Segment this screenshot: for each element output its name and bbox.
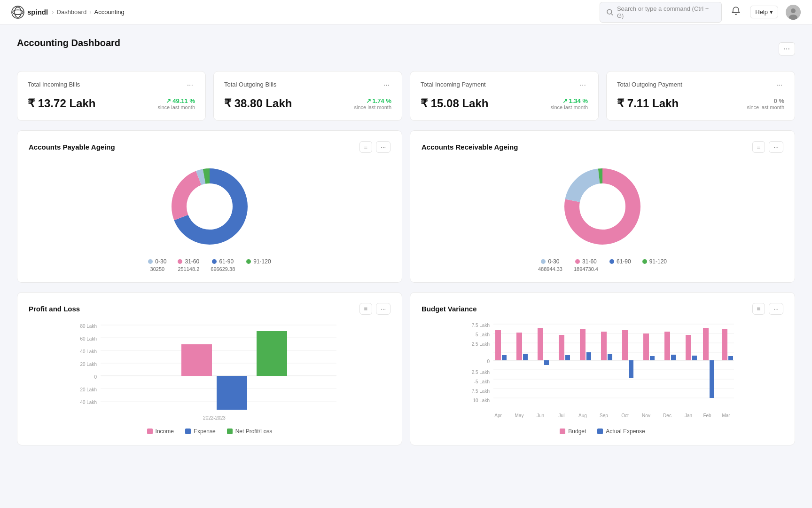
bv-actual-feb — [710, 360, 714, 398]
payable-legend-61-90: 61-90 696629.38 — [211, 258, 235, 272]
pl-legend-income: Income — [147, 428, 174, 435]
stat-pct-3: 0 % — [747, 97, 784, 104]
bv-budget-apr — [495, 330, 501, 360]
payable-dot-0-30 — [148, 259, 153, 264]
payable-donut-container — [29, 157, 390, 253]
receivable-filter-button[interactable]: ≡ — [752, 141, 765, 153]
stat-since-1: since last month — [354, 104, 391, 110]
bottom-charts-row: Profit and Loss ≡ ··· 80 Lakh 60 Lakh 40… — [17, 292, 795, 445]
svg-text:0: 0 — [94, 374, 97, 380]
receivable-val-0-30: 488944.33 — [538, 266, 562, 272]
stat-pct-0: ↗ 49.11 % — [158, 97, 195, 104]
svg-text:2022-2023: 2022-2023 — [203, 415, 226, 421]
svg-text:7.5 Lakh: 7.5 Lakh — [472, 323, 490, 328]
page-more-button[interactable]: ··· — [779, 42, 795, 56]
payable-dot-31-60 — [178, 259, 182, 264]
payable-val-61-90: 696629.38 — [211, 266, 235, 272]
svg-text:Dec: Dec — [663, 413, 671, 418]
breadcrumb-sep1: › — [52, 8, 54, 16]
bv-budget-nov — [643, 333, 649, 360]
bv-budget-aug — [580, 329, 586, 360]
payable-ageing-title: Accounts Payable Ageing — [29, 143, 115, 151]
svg-text:0: 0 — [487, 359, 490, 364]
header-right: Search or type a command (Ctrl + G) Help… — [600, 2, 801, 23]
bv-actual-oct — [629, 360, 633, 378]
bv-actual-may — [523, 354, 528, 360]
pl-more-button[interactable]: ··· — [376, 303, 390, 315]
pl-income-bar — [181, 344, 212, 376]
bv-budget-dot — [560, 429, 565, 434]
payable-filter-button[interactable]: ≡ — [359, 141, 373, 153]
svg-text:Oct: Oct — [621, 413, 629, 418]
breadcrumb-sep2: › — [89, 8, 91, 16]
svg-text:7.5 Lakh: 7.5 Lakh — [472, 389, 490, 394]
profit-loss-card: Profit and Loss ≡ ··· 80 Lakh 60 Lakh 40… — [17, 292, 402, 445]
bv-actual-dot — [597, 429, 603, 434]
breadcrumb-dashboard[interactable]: Dashboard — [57, 8, 87, 16]
search-icon — [607, 9, 613, 16]
budget-variance-card: Budget Variance ≡ ··· 7.5 Lakh 5 Lakh 2.… — [410, 292, 795, 445]
bv-bar-chart: 7.5 Lakh 5 Lakh 2.5 Lakh 0 2.5 Lakh -5 L… — [422, 318, 783, 422]
svg-text:5 Lakh: 5 Lakh — [476, 332, 490, 337]
payable-more-button[interactable]: ··· — [376, 141, 390, 153]
bv-legend-actual: Actual Expense — [597, 428, 645, 435]
stat-card-outgoing-bills: Total Outgoing Bills ··· ₹ 38.80 Lakh ↗ … — [213, 71, 402, 121]
stat-pct-1: ↗ 1.74 % — [354, 97, 391, 104]
svg-point-6 — [791, 8, 796, 13]
receivable-ageing-title: Accounts Receivable Ageing — [422, 143, 518, 151]
pl-filter-button[interactable]: ≡ — [359, 303, 373, 315]
payable-legend-0-30: 0-30 30250 — [148, 258, 166, 272]
svg-point-12 — [188, 185, 231, 228]
bv-more-button[interactable]: ··· — [769, 303, 783, 315]
bv-actual-nov — [650, 356, 655, 360]
bv-legend: Budget Actual Expense — [422, 428, 783, 435]
bv-actual-jan — [692, 356, 697, 360]
breadcrumb-accounting: Accounting — [94, 8, 124, 16]
logo-text: spindl — [27, 8, 48, 16]
search-placeholder: Search or type a command (Ctrl + G) — [617, 5, 715, 19]
stat-title-0: Total Incoming Bills — [28, 81, 80, 88]
payable-dot-91-120 — [246, 259, 251, 264]
stat-since-2: since last month — [551, 104, 588, 110]
svg-point-1 — [15, 7, 21, 17]
pl-chart-wrap: 80 Lakh 60 Lakh 40 Lakh 20 Lakh 0 20 Lak… — [29, 318, 390, 423]
ageing-charts-row: Accounts Payable Ageing ≡ ··· — [17, 130, 795, 283]
stat-menu-2[interactable]: ··· — [578, 81, 588, 89]
svg-text:-10 Lakh: -10 Lakh — [471, 398, 490, 403]
svg-text:Sep: Sep — [600, 413, 608, 418]
bv-budget-oct — [622, 330, 628, 360]
stat-menu-1[interactable]: ··· — [382, 81, 391, 89]
stat-title-3: Total Outgoing Payment — [617, 81, 682, 88]
pl-legend-net: Net Profit/Loss — [227, 428, 273, 435]
bv-filter-button[interactable]: ≡ — [752, 303, 765, 315]
receivable-more-button[interactable]: ··· — [769, 141, 783, 153]
bv-budget-sep — [601, 332, 607, 360]
receivable-donut-container — [422, 157, 783, 253]
receivable-dot-0-30 — [541, 259, 546, 264]
svg-text:20 Lakh: 20 Lakh — [80, 387, 97, 392]
breadcrumb: › Dashboard › Accounting — [52, 8, 125, 16]
receivable-dot-91-120 — [642, 259, 647, 264]
bv-actual-apr — [502, 355, 507, 360]
svg-text:80 Lakh: 80 Lakh — [80, 324, 97, 329]
notification-bell[interactable] — [729, 4, 742, 20]
search-bar[interactable]: Search or type a command (Ctrl + G) — [600, 2, 722, 23]
logo[interactable]: spindl — [11, 6, 48, 19]
bv-budget-jul — [559, 335, 564, 360]
receivable-dot-31-60 — [575, 259, 580, 264]
receivable-legend: 0-30 488944.33 31-60 1894730.4 61-90 — [422, 258, 783, 272]
svg-text:Nov: Nov — [642, 413, 650, 418]
svg-text:Apr: Apr — [494, 413, 502, 418]
svg-text:Jun: Jun — [537, 413, 544, 418]
stat-menu-3[interactable]: ··· — [774, 81, 784, 89]
svg-text:20 Lakh: 20 Lakh — [80, 362, 97, 367]
stat-value-2: ₹ 15.08 Lakh — [421, 97, 488, 110]
svg-text:-5 Lakh: -5 Lakh — [474, 379, 490, 384]
stat-title-1: Total Outgoing Bills — [224, 81, 276, 88]
svg-point-0 — [12, 6, 24, 18]
avatar[interactable] — [786, 5, 801, 20]
help-button[interactable]: Help ▾ — [750, 6, 778, 18]
stat-menu-0[interactable]: ··· — [185, 81, 195, 89]
stat-value-3: ₹ 7.11 Lakh — [617, 97, 679, 110]
bv-budget-dec — [664, 332, 670, 360]
